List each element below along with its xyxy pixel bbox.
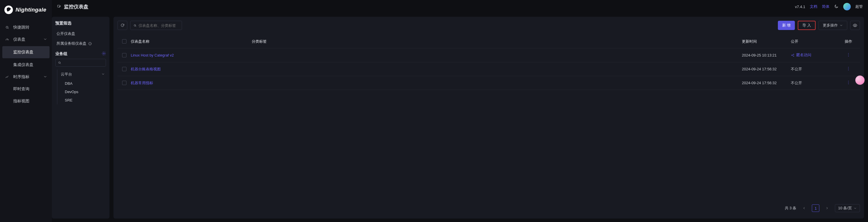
nav-monitor-dashboard[interactable]: 监控仪表盘 (2, 46, 50, 58)
dots-vertical-icon (846, 80, 851, 85)
chevron-down-icon (43, 37, 47, 42)
filter-label: 所属业务组仪表盘 (57, 41, 86, 46)
svg-point-7 (855, 25, 856, 26)
biz-search-input[interactable] (63, 60, 103, 65)
chevron-down-icon (839, 24, 843, 27)
page-size-select[interactable]: 10 条/页 (835, 204, 860, 212)
tree-leaf-dba[interactable]: DBA (57, 79, 106, 88)
floating-assistant-avatar[interactable] (855, 75, 865, 85)
more-actions-button[interactable]: 更多操作 (818, 21, 847, 30)
nav-label: 指标视图 (13, 99, 47, 104)
page-number-button[interactable]: 1 (812, 204, 819, 212)
public-label-private: 不公开 (791, 67, 802, 71)
table-row: Linux Host by Categraf v2 2024-09-25 10:… (118, 49, 860, 62)
svg-point-16 (848, 70, 849, 71)
row-checkbox[interactable] (122, 53, 126, 57)
svg-point-15 (848, 68, 849, 69)
chevron-down-icon (854, 207, 857, 210)
svg-rect-2 (58, 5, 60, 7)
row-more-button[interactable] (846, 80, 851, 86)
nav-integration-dashboard[interactable]: 集成仪表盘 (0, 59, 52, 71)
topbar: 监控仪表盘 v7.4.1 文档 简体 超管 (52, 0, 868, 13)
refresh-button[interactable] (118, 21, 127, 30)
svg-point-4 (103, 53, 104, 54)
brand-logo[interactable]: Nightingale (0, 0, 52, 20)
table-row: 机器常用指标 2024-09-24 17:56:32 不公开 (118, 76, 860, 90)
search-icon (5, 25, 10, 30)
page-title: 监控仪表盘 (64, 3, 88, 10)
dashboard-name-link[interactable]: Linux Host by Categraf v2 (131, 53, 174, 57)
version-text: v7.4.1 (795, 5, 805, 9)
filter-public-dashboards[interactable]: 公开仪表盘 (55, 29, 106, 39)
row-more-button[interactable] (846, 53, 851, 58)
filter-label: 公开仪表盘 (57, 31, 75, 36)
brand-name: Nightingale (16, 7, 46, 13)
filter-belong-group[interactable]: 所属业务组仪表盘 (55, 39, 106, 49)
nav-metric-view[interactable]: 指标视图 (0, 95, 52, 107)
nightingale-icon (4, 5, 13, 15)
chevron-down-icon (101, 72, 105, 77)
row-more-button[interactable] (846, 66, 851, 72)
docs-link[interactable]: 文档 (810, 4, 817, 9)
svg-point-17 (848, 81, 849, 81)
dashboard-name-link[interactable]: 机器常用指标 (131, 81, 153, 85)
prev-page-button[interactable] (800, 204, 808, 212)
total-text: 共 3 条 (785, 205, 796, 211)
tree-node-cloud[interactable]: 云平台 (57, 70, 106, 79)
share-icon (791, 53, 795, 57)
eye-icon (853, 23, 857, 28)
dashboard-edit-icon (57, 4, 61, 9)
gear-icon[interactable] (102, 51, 106, 56)
dashboard-name-link[interactable]: 机器台账表格视图 (131, 67, 161, 71)
lang-toggle[interactable]: 简体 (822, 4, 829, 9)
pagination: 共 3 条 1 10 条/页 (118, 202, 860, 215)
import-button[interactable]: 导 入 (798, 21, 815, 30)
dots-vertical-icon (846, 66, 851, 71)
chevron-right-icon (826, 206, 829, 210)
nav-label: 集成仪表盘 (13, 62, 47, 67)
chart-line-icon (5, 74, 10, 80)
preset-filter-title: 预置筛选 (55, 21, 106, 26)
row-updated: 2024-09-24 17:56:32 (742, 67, 791, 71)
svg-point-19 (848, 84, 849, 84)
avatar[interactable] (843, 3, 851, 10)
dashboard-search-input[interactable] (138, 23, 179, 28)
nav-quick-jump[interactable]: 快捷跳转 (0, 21, 52, 33)
next-page-button[interactable] (824, 204, 831, 212)
moon-icon[interactable] (834, 4, 839, 9)
nav-ts-metrics[interactable]: 时序指标 (0, 71, 52, 83)
svg-point-1 (6, 26, 8, 28)
tree-leaf-sre[interactable]: SRE (57, 96, 106, 104)
nav-label: 即时查询 (13, 86, 47, 92)
user-role[interactable]: 超管 (855, 4, 863, 9)
biz-tree: 云平台 DBA DevOps SRE (57, 70, 106, 104)
view-toggle-button[interactable] (850, 21, 860, 30)
filter-sidebar: 预置筛选 公开仪表盘 所属业务组仪表盘 业务组 (52, 17, 110, 219)
col-public: 公开 (791, 39, 837, 44)
row-checkbox[interactable] (122, 67, 126, 71)
public-label-private: 不公开 (791, 81, 802, 85)
svg-point-14 (848, 67, 849, 67)
new-button[interactable]: 新 增 (778, 21, 795, 30)
row-updated: 2024-09-24 17:56:32 (742, 81, 791, 85)
svg-point-18 (848, 82, 849, 83)
biz-search[interactable] (55, 59, 106, 66)
public-badge-anon[interactable]: 匿名访问 (791, 53, 811, 58)
toolbar: 新 增 导 入 更多操作 (118, 21, 860, 30)
dots-vertical-icon (846, 53, 851, 57)
chevron-left-icon (802, 206, 806, 210)
nav-instant-query[interactable]: 即时查询 (0, 83, 52, 95)
nav-label: 仪表盘 (13, 37, 40, 42)
info-icon (88, 42, 92, 46)
table-row: 机器台账表格视图 2024-09-24 17:56:32 不公开 (118, 62, 860, 76)
nav-dashboard[interactable]: 仪表盘 (0, 33, 52, 46)
dashboard-table: 仪表盘名称 分类标签 更新时间 公开 操作 Linux Host by Cate… (118, 35, 860, 199)
row-checkbox[interactable] (122, 81, 126, 85)
tree-leaf-label: SRE (65, 98, 72, 102)
select-all-checkbox[interactable] (122, 39, 126, 44)
tree-node-label: 云平台 (61, 72, 72, 77)
tree-leaf-devops[interactable]: DevOps (57, 88, 106, 96)
col-updated: 更新时间 (742, 39, 791, 44)
row-updated: 2024-09-25 10:13:21 (742, 53, 791, 57)
dashboard-search[interactable] (130, 21, 182, 30)
